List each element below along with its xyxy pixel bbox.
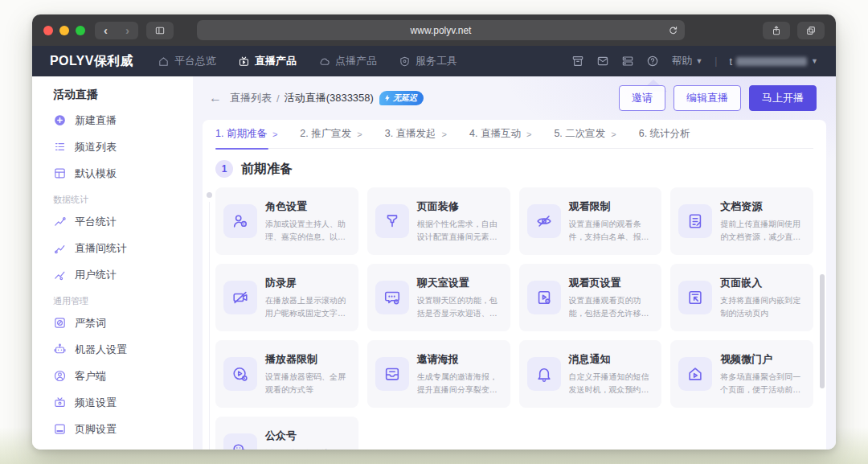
feature-card-8[interactable]: 播放器限制设置播放器密码、全屏观看的方式等 [215,340,358,408]
robot-icon [53,343,67,356]
eye-off-icon [535,212,553,230]
card-text: 邀请海报生成专属的邀请海报，提升直播间分享裂变的效果 [417,352,501,396]
sidebar-item-0-0[interactable]: 新建直播 [53,107,193,133]
sidebar-item-1-2[interactable]: 用户统计 [53,261,193,288]
feature-card-9[interactable]: 邀请海报生成专属的邀请海报，提升直播间分享裂变的效果 [367,340,510,408]
help-menu[interactable]: 帮助 ▼ [671,54,702,68]
main-area: 活动直播 新建直播频道列表默认模板数据统计平台统计直播间统计用户统计通用管理严禁… [32,76,836,450]
action-button-0[interactable]: 邀请 [619,85,665,111]
feature-card-3[interactable]: 文档资源提前上传直播期间使用的文档资源，减少直播中的失... [670,187,813,255]
feature-card-12[interactable]: 公众号适用于直播间引流至公众号或客服，沉淀用户至私域... [215,417,358,450]
url-field[interactable]: www.polyv.net [197,20,685,40]
card-description: 根据个性化需求，自由设计配置直播间元素。支持自... [417,218,501,243]
sidebar-item-label: 频道设置 [75,396,117,410]
share-button[interactable] [763,22,790,39]
card-description: 在播放器上显示滚动的用户昵称或固定文字，达到防... [265,294,349,319]
nav-item-1[interactable]: 直播产品 [238,54,297,68]
action-button-2[interactable]: 马上开播 [749,85,817,111]
card-icon-tile [223,357,257,391]
feature-card-11[interactable]: 视频微门户将多场直播聚合到同一个页面，便于活动前期的宣发... [670,340,813,408]
chart-icon [53,215,67,228]
sidebar-item-label: 频道列表 [75,140,117,154]
feature-card-5[interactable]: 聊天室设置设置聊天区的功能，包括是否显示欢迎语、是否支持... [367,264,510,331]
feature-card-2[interactable]: 观看限制设置直播间的观看条件，支持白名单、报名观看、验... [519,187,662,255]
template-icon [53,166,67,180]
sidebar-item-0-2[interactable]: 默认模板 [53,160,193,187]
sidebar-item-label: 客户端 [75,369,106,384]
breadcrumb-parent[interactable]: 直播列表 [230,91,272,105]
zoom-window-button[interactable] [76,26,85,35]
back-button[interactable]: ‹ [95,22,117,39]
tab-overview-button[interactable] [797,22,825,39]
action-button-1[interactable]: 编辑直播 [674,85,741,111]
section-header: 1 前期准备 [215,160,813,178]
nav-item-0[interactable]: 平台总览 [158,54,216,68]
navbar-right: 帮助 ▼ | t ▼ [571,54,818,68]
content-panel: 1. 前期准备>2. 推广宣发>3. 直播发起>4. 直播互动>5. 二次宣发>… [203,120,826,450]
tab-6[interactable]: 6. 统计分析 [639,127,690,141]
chevron-right-icon: > [272,129,277,139]
console-button[interactable] [621,55,634,68]
poster-icon [383,365,401,383]
feature-card-1[interactable]: 页面装修根据个性化需求，自由设计配置直播间元素。支持自... [367,187,510,255]
channel-icon [53,396,67,409]
sidebar-item-2-3[interactable]: 频道设置 [53,389,193,416]
tab-5[interactable]: 5. 二次宣发> [554,127,616,141]
feature-card-6[interactable]: 观看页设置设置直播观看页的功能，包括是否允许移动端观看等 [519,264,662,331]
nav-item-2[interactable]: 点播产品 [318,54,377,68]
feature-card-4[interactable]: 防录屏在播放器上显示滚动的用户昵称或固定文字，达到防... [215,264,358,331]
nav-item-3[interactable]: 服务工具 [399,54,457,68]
flash-icon [383,94,391,102]
role-icon [231,212,249,230]
sidebar-item-2-0[interactable]: 严禁词 [53,310,193,336]
feature-card-10[interactable]: 消息通知自定义开播通知的短信发送时机，观众预约直播后，... [519,340,662,408]
forward-button[interactable]: › [117,22,138,39]
card-icon-tile [375,204,409,238]
tab-label: 2. 推广宣发 [300,127,351,141]
archive-button[interactable] [571,55,584,68]
sidebar-item-label: 默认模板 [75,166,117,181]
feature-card-0[interactable]: 角色设置添加或设置主持人、助理、嘉宾的信息。以及新增助... [215,187,358,255]
back-arrow-icon[interactable]: ← [209,91,222,105]
reload-icon[interactable] [668,25,678,35]
footer-icon [53,422,67,436]
tab-1[interactable]: 1. 前期准备> [215,127,277,141]
sidebar-item-0-1[interactable]: 频道列表 [53,133,193,160]
close-window-button[interactable] [43,26,53,35]
sidebar-item-1-1[interactable]: 直播间统计 [53,235,193,261]
scrollbar-thumb[interactable] [820,274,825,388]
sidebar-item-2-4[interactable]: 页脚设置 [53,416,193,442]
home-icon [158,55,170,68]
card-description: 将多场直播聚合到同一个页面，便于活动前期的宣发... [720,371,804,396]
sidebar: 活动直播 新建直播频道列表默认模板数据统计平台统计直播间统计用户统计通用管理严禁… [32,76,193,450]
card-icon-tile [678,204,712,238]
card-description: 设置聊天区的功能，包括是否显示欢迎语、是否支持... [417,294,501,319]
card-icon-tile [678,357,712,391]
url-text: www.polyv.net [411,25,472,36]
user-account-menu[interactable]: t ▼ [729,55,818,68]
sidebar-item-2-2[interactable]: 客户端 [53,363,193,389]
card-icon-tile [527,281,561,314]
sidebar-toggle-button[interactable] [146,22,174,39]
question-button[interactable] [646,55,659,68]
sidebar-item-label: 直播间统计 [75,241,127,256]
card-text: 公众号适用于直播间引流至公众号或客服，沉淀用户至私域... [265,429,349,450]
chat-settings-icon [383,289,401,306]
sidebar-item-2-1[interactable]: 机器人设置 [53,336,193,363]
card-text: 页面嵌入支持将直播间内嵌到定制的活动页内 [720,276,804,319]
content-area: ← 直播列表 / 活动直播(3833358) 无延迟 邀请编辑直播马上开播 1.… [193,76,836,450]
forbidden-icon [53,316,67,330]
record-off-icon [231,289,249,306]
tab-4[interactable]: 4. 直播互动> [469,127,531,141]
tab-3[interactable]: 3. 直播发起> [385,127,447,141]
minimize-window-button[interactable] [59,26,69,35]
embed-icon [686,289,704,306]
card-title: 公众号 [265,429,349,443]
feature-card-7[interactable]: 页面嵌入支持将直播间内嵌到定制的活动页内 [670,264,813,331]
tab-2[interactable]: 2. 推广宣发> [300,127,362,141]
card-description: 支持将直播间内嵌到定制的活动页内 [720,294,804,319]
chevron-right-icon: > [611,129,616,139]
sidebar-item-1-0[interactable]: 平台统计 [53,208,193,235]
badge-label: 无延迟 [393,92,417,104]
mail-button[interactable] [596,55,609,68]
